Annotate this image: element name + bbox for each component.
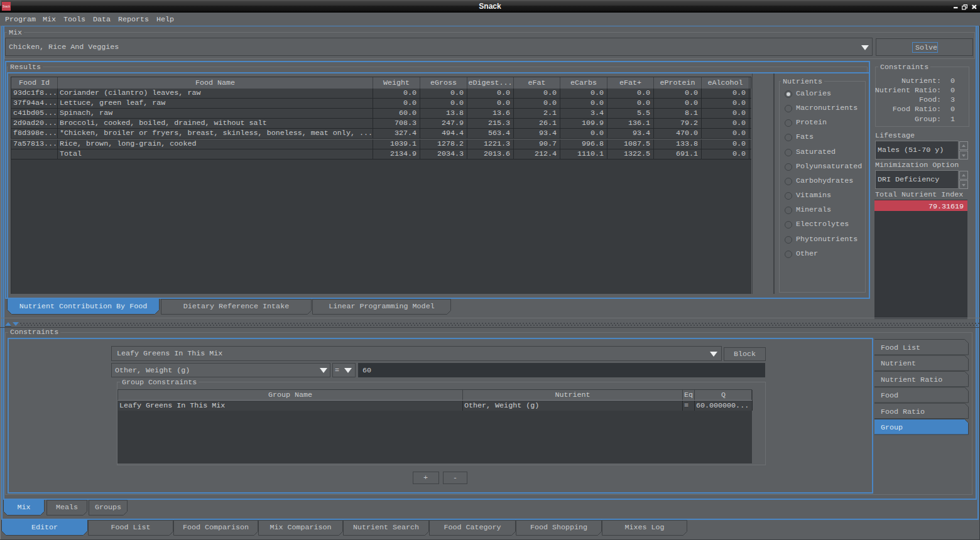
svg-text:Group: Group xyxy=(881,423,903,432)
svg-text:Food List: Food List xyxy=(881,343,920,352)
svg-text:Nutrient: Nutrient xyxy=(881,359,916,368)
svg-text:Food: Food xyxy=(881,391,898,400)
svg-text:Nutrient Ratio: Nutrient Ratio xyxy=(881,375,942,384)
svg-text:Food Ratio: Food Ratio xyxy=(881,408,925,416)
